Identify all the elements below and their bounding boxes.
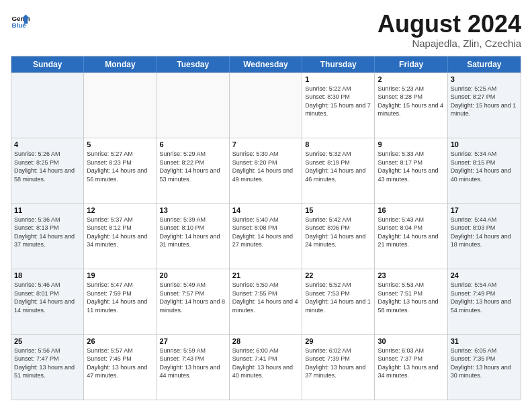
day-info: Sunrise: 5:59 AM Sunset: 7:43 PM Dayligh… bbox=[160, 347, 226, 380]
day-cell-7: 7Sunrise: 5:30 AM Sunset: 8:20 PM Daylig… bbox=[230, 138, 302, 203]
location-subtitle: Napajedla, Zlin, Czechia bbox=[378, 38, 521, 49]
day-cell-22: 22Sunrise: 5:52 AM Sunset: 7:53 PM Dayli… bbox=[302, 269, 375, 334]
day-info: Sunrise: 6:02 AM Sunset: 7:39 PM Dayligh… bbox=[305, 347, 371, 380]
weekday-header-wednesday: Wednesday bbox=[230, 56, 302, 73]
day-info: Sunrise: 5:37 AM Sunset: 8:12 PM Dayligh… bbox=[87, 216, 153, 249]
day-number: 20 bbox=[160, 271, 226, 279]
weekday-header-saturday: Saturday bbox=[448, 56, 521, 73]
day-cell-18: 18Sunrise: 5:46 AM Sunset: 8:01 PM Dayli… bbox=[11, 269, 84, 334]
day-cell-16: 16Sunrise: 5:43 AM Sunset: 8:04 PM Dayli… bbox=[375, 204, 447, 269]
day-info: Sunrise: 5:57 AM Sunset: 7:45 PM Dayligh… bbox=[87, 347, 153, 380]
calendar: SundayMondayTuesdayWednesdayThursdayFrid… bbox=[11, 56, 521, 400]
calendar-row-4: 18Sunrise: 5:46 AM Sunset: 8:01 PM Dayli… bbox=[11, 269, 521, 334]
day-info: Sunrise: 5:25 AM Sunset: 8:27 PM Dayligh… bbox=[451, 85, 518, 118]
day-number: 1 bbox=[305, 75, 371, 83]
day-cell-4: 4Sunrise: 5:26 AM Sunset: 8:25 PM Daylig… bbox=[11, 138, 84, 203]
day-cell-6: 6Sunrise: 5:29 AM Sunset: 8:22 PM Daylig… bbox=[157, 138, 230, 203]
day-number: 6 bbox=[160, 140, 226, 148]
day-info: Sunrise: 5:32 AM Sunset: 8:19 PM Dayligh… bbox=[305, 150, 371, 183]
calendar-header: SundayMondayTuesdayWednesdayThursdayFrid… bbox=[11, 56, 521, 73]
day-cell-14: 14Sunrise: 5:40 AM Sunset: 8:08 PM Dayli… bbox=[230, 204, 302, 269]
day-info: Sunrise: 5:53 AM Sunset: 7:51 PM Dayligh… bbox=[378, 281, 444, 314]
day-number: 15 bbox=[305, 206, 371, 214]
day-info: Sunrise: 5:54 AM Sunset: 7:49 PM Dayligh… bbox=[451, 281, 518, 314]
weekday-header-sunday: Sunday bbox=[11, 56, 84, 73]
day-number: 29 bbox=[305, 337, 371, 345]
day-number: 27 bbox=[160, 337, 226, 345]
day-cell-25: 25Sunrise: 5:56 AM Sunset: 7:47 PM Dayli… bbox=[11, 335, 84, 400]
empty-cell bbox=[230, 73, 302, 138]
day-cell-29: 29Sunrise: 6:02 AM Sunset: 7:39 PM Dayli… bbox=[302, 335, 375, 400]
day-number: 25 bbox=[14, 337, 81, 345]
day-info: Sunrise: 5:29 AM Sunset: 8:22 PM Dayligh… bbox=[160, 150, 226, 183]
weekday-header-tuesday: Tuesday bbox=[157, 56, 230, 73]
day-info: Sunrise: 6:05 AM Sunset: 7:35 PM Dayligh… bbox=[451, 347, 518, 380]
day-info: Sunrise: 5:52 AM Sunset: 7:53 PM Dayligh… bbox=[305, 281, 371, 314]
day-cell-24: 24Sunrise: 5:54 AM Sunset: 7:49 PM Dayli… bbox=[448, 269, 521, 334]
empty-cell bbox=[11, 73, 84, 138]
day-number: 28 bbox=[232, 337, 299, 345]
weekday-header-friday: Friday bbox=[375, 56, 447, 73]
day-number: 7 bbox=[232, 140, 299, 148]
day-number: 23 bbox=[378, 271, 444, 279]
day-number: 24 bbox=[451, 271, 518, 279]
day-number: 31 bbox=[451, 337, 518, 345]
day-info: Sunrise: 5:49 AM Sunset: 7:57 PM Dayligh… bbox=[160, 281, 226, 314]
weekday-header-thursday: Thursday bbox=[302, 56, 375, 73]
day-info: Sunrise: 5:39 AM Sunset: 8:10 PM Dayligh… bbox=[160, 216, 226, 249]
day-cell-26: 26Sunrise: 5:57 AM Sunset: 7:45 PM Dayli… bbox=[84, 335, 157, 400]
day-number: 3 bbox=[451, 75, 518, 83]
logo: General Blue bbox=[11, 11, 30, 30]
calendar-row-1: 1Sunrise: 5:22 AM Sunset: 8:30 PM Daylig… bbox=[11, 73, 521, 138]
day-info: Sunrise: 5:50 AM Sunset: 7:55 PM Dayligh… bbox=[232, 281, 299, 314]
calendar-row-3: 11Sunrise: 5:36 AM Sunset: 8:13 PM Dayli… bbox=[11, 203, 521, 269]
day-info: Sunrise: 5:34 AM Sunset: 8:15 PM Dayligh… bbox=[451, 150, 518, 183]
day-number: 4 bbox=[14, 140, 81, 148]
day-cell-3: 3Sunrise: 5:25 AM Sunset: 8:27 PM Daylig… bbox=[448, 73, 521, 138]
day-number: 13 bbox=[160, 206, 226, 214]
day-cell-8: 8Sunrise: 5:32 AM Sunset: 8:19 PM Daylig… bbox=[302, 138, 375, 203]
calendar-row-5: 25Sunrise: 5:56 AM Sunset: 7:47 PM Dayli… bbox=[11, 334, 521, 400]
day-cell-17: 17Sunrise: 5:44 AM Sunset: 8:03 PM Dayli… bbox=[448, 204, 521, 269]
day-info: Sunrise: 5:22 AM Sunset: 8:30 PM Dayligh… bbox=[305, 85, 371, 118]
day-number: 26 bbox=[87, 337, 153, 345]
month-title: August 2024 bbox=[378, 11, 521, 38]
day-number: 19 bbox=[87, 271, 153, 279]
day-cell-20: 20Sunrise: 5:49 AM Sunset: 7:57 PM Dayli… bbox=[157, 269, 230, 334]
day-info: Sunrise: 5:43 AM Sunset: 8:04 PM Dayligh… bbox=[378, 216, 444, 249]
day-cell-23: 23Sunrise: 5:53 AM Sunset: 7:51 PM Dayli… bbox=[375, 269, 447, 334]
day-cell-31: 31Sunrise: 6:05 AM Sunset: 7:35 PM Dayli… bbox=[448, 335, 521, 400]
day-info: Sunrise: 5:30 AM Sunset: 8:20 PM Dayligh… bbox=[232, 150, 299, 183]
logo-icon: General Blue bbox=[11, 11, 30, 30]
day-info: Sunrise: 5:26 AM Sunset: 8:25 PM Dayligh… bbox=[14, 150, 81, 183]
day-cell-27: 27Sunrise: 5:59 AM Sunset: 7:43 PM Dayli… bbox=[157, 335, 230, 400]
day-number: 10 bbox=[451, 140, 518, 148]
day-info: Sunrise: 5:40 AM Sunset: 8:08 PM Dayligh… bbox=[232, 216, 299, 249]
day-info: Sunrise: 5:46 AM Sunset: 8:01 PM Dayligh… bbox=[14, 281, 81, 314]
day-cell-19: 19Sunrise: 5:47 AM Sunset: 7:59 PM Dayli… bbox=[84, 269, 157, 334]
empty-cell bbox=[84, 73, 157, 138]
day-number: 22 bbox=[305, 271, 371, 279]
day-number: 16 bbox=[378, 206, 444, 214]
day-cell-28: 28Sunrise: 6:00 AM Sunset: 7:41 PM Dayli… bbox=[230, 335, 302, 400]
day-cell-12: 12Sunrise: 5:37 AM Sunset: 8:12 PM Dayli… bbox=[84, 204, 157, 269]
day-info: Sunrise: 5:44 AM Sunset: 8:03 PM Dayligh… bbox=[451, 216, 518, 249]
day-number: 5 bbox=[87, 140, 153, 148]
day-cell-15: 15Sunrise: 5:42 AM Sunset: 8:06 PM Dayli… bbox=[302, 204, 375, 269]
day-cell-13: 13Sunrise: 5:39 AM Sunset: 8:10 PM Dayli… bbox=[157, 204, 230, 269]
day-cell-21: 21Sunrise: 5:50 AM Sunset: 7:55 PM Dayli… bbox=[230, 269, 302, 334]
day-info: Sunrise: 5:33 AM Sunset: 8:17 PM Dayligh… bbox=[378, 150, 444, 183]
header: General Blue August 2024 Napajedla, Zlin… bbox=[11, 11, 521, 49]
day-info: Sunrise: 5:42 AM Sunset: 8:06 PM Dayligh… bbox=[305, 216, 371, 249]
day-info: Sunrise: 5:27 AM Sunset: 8:23 PM Dayligh… bbox=[87, 150, 153, 183]
day-info: Sunrise: 5:23 AM Sunset: 8:28 PM Dayligh… bbox=[378, 85, 444, 118]
day-cell-30: 30Sunrise: 6:03 AM Sunset: 7:37 PM Dayli… bbox=[375, 335, 447, 400]
day-number: 2 bbox=[378, 75, 444, 83]
title-block: August 2024 Napajedla, Zlin, Czechia bbox=[378, 11, 521, 49]
day-info: Sunrise: 5:47 AM Sunset: 7:59 PM Dayligh… bbox=[87, 281, 153, 314]
day-number: 18 bbox=[14, 271, 81, 279]
day-number: 12 bbox=[87, 206, 153, 214]
day-info: Sunrise: 5:36 AM Sunset: 8:13 PM Dayligh… bbox=[14, 216, 81, 249]
day-cell-1: 1Sunrise: 5:22 AM Sunset: 8:30 PM Daylig… bbox=[302, 73, 375, 138]
day-info: Sunrise: 6:00 AM Sunset: 7:41 PM Dayligh… bbox=[232, 347, 299, 380]
